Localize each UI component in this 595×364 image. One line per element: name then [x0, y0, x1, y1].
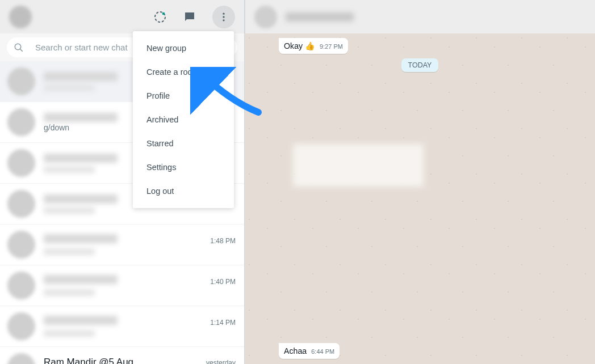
chat-avatar: [7, 353, 35, 364]
conversation-avatar: [254, 6, 277, 28]
chat-name: [44, 316, 118, 325]
message-text: Okay 👍: [284, 41, 315, 50]
chat-avatar: [7, 108, 35, 136]
menu-logout[interactable]: Log out: [133, 179, 234, 203]
chat-time: 1:48 PM: [210, 237, 236, 245]
chat-avatar: [7, 312, 35, 340]
background-pattern: [245, 33, 595, 364]
message-text: Achaa: [284, 346, 307, 355]
status-icon[interactable]: [153, 10, 167, 24]
chat-avatar: [7, 149, 35, 177]
chat-item[interactable]: 1:48 PM: [0, 225, 244, 265]
svg-point-3: [223, 16, 224, 18]
chat-name: [44, 72, 118, 81]
chat-preview: [44, 289, 95, 296]
chat-item[interactable]: Ram Mandir @5 Augyesterday: [0, 347, 244, 364]
redacted-message: [293, 144, 424, 187]
chat-avatar: [7, 67, 35, 95]
chat-item[interactable]: 1:40 PM: [0, 265, 244, 306]
svg-point-1: [162, 12, 165, 14]
chat-preview: [44, 166, 95, 173]
right-panel: Okay 👍 9:27 PM TODAY Achaa 6:44 PM: [245, 0, 595, 364]
chat-preview: [44, 330, 95, 337]
chat-name: [44, 275, 118, 284]
new-chat-icon[interactable]: [183, 10, 196, 24]
chat-name: [44, 194, 118, 204]
conversation-body[interactable]: Okay 👍 9:27 PM TODAY Achaa 6:44 PM: [245, 33, 595, 364]
chat-time: 1:40 PM: [210, 278, 236, 286]
search-icon: [14, 43, 24, 53]
svg-point-4: [223, 19, 224, 21]
chat-preview: [44, 84, 95, 91]
chat-name: [44, 154, 118, 163]
header-actions: [153, 6, 235, 28]
conversation-header[interactable]: [245, 0, 595, 33]
chat-avatar: [7, 231, 35, 259]
chat-item[interactable]: 1:14 PM: [0, 306, 244, 347]
menu-new-group[interactable]: New group: [133, 36, 234, 60]
menu-profile[interactable]: Profile: [133, 84, 234, 108]
svg-line-6: [20, 49, 23, 52]
app-root: g/down: [0, 0, 595, 364]
menu-settings[interactable]: Settings: [133, 155, 234, 179]
chat-name: [44, 113, 118, 122]
menu-starred[interactable]: Starred: [133, 132, 234, 155]
message-time: 6:44 PM: [311, 348, 334, 355]
main-menu-dropdown: New group Create a room Profile Archived…: [133, 31, 234, 208]
chat-preview: [44, 248, 95, 255]
conversation-title: [286, 12, 354, 22]
menu-dots-icon[interactable]: [212, 6, 235, 28]
menu-create-room[interactable]: Create a room: [133, 60, 234, 84]
chat-avatar: [7, 272, 35, 299]
message-time: 9:27 PM: [320, 43, 343, 50]
chat-time: yesterday: [206, 359, 236, 365]
message-bubble[interactable]: Okay 👍 9:27 PM: [279, 38, 348, 54]
chat-time: 1:14 PM: [210, 319, 236, 327]
chat-name: [44, 234, 118, 243]
date-badge: TODAY: [401, 58, 439, 72]
user-avatar[interactable]: [9, 6, 32, 28]
svg-point-5: [15, 44, 21, 50]
left-header: [0, 0, 244, 33]
chat-name: Ram Mandir @5 Aug: [44, 357, 133, 365]
menu-archived[interactable]: Archived: [133, 108, 234, 132]
chat-preview: [44, 207, 95, 214]
svg-point-2: [223, 12, 224, 14]
message-bubble[interactable]: Achaa 6:44 PM: [279, 343, 340, 359]
chat-avatar: [7, 190, 35, 218]
